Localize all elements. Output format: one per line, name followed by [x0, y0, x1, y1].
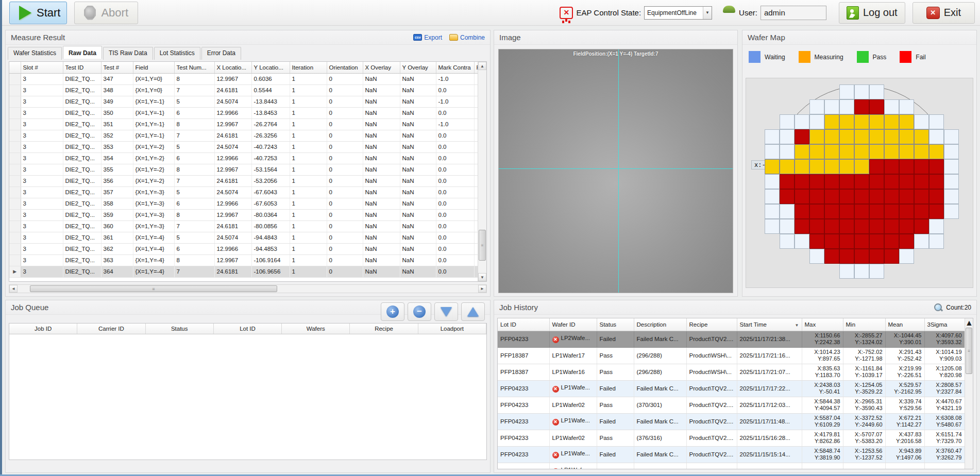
wafer-cell[interactable] [869, 219, 884, 234]
wafer-cell[interactable] [854, 189, 869, 204]
wafer-cell[interactable] [929, 144, 944, 159]
column-header[interactable]: Status [597, 318, 634, 331]
wafer-cell[interactable] [839, 114, 854, 129]
wafer-cell[interactable] [914, 234, 929, 249]
wafer-cell[interactable] [929, 174, 944, 189]
wafer-cell[interactable] [899, 219, 914, 234]
column-header[interactable]: Slot # [21, 62, 63, 73]
wafer-cell[interactable] [854, 174, 869, 189]
column-header[interactable]: Status [146, 324, 214, 334]
table-row[interactable]: 3DIE2_TQ...360{X=1,Y=-3}724.6181-80.0856… [9, 220, 486, 232]
table-row[interactable]: 3DIE2_TQ...359{X=1,Y=-3}812.9967-80.0364… [9, 209, 486, 220]
wafer-cell[interactable] [839, 159, 854, 174]
wafer-cell[interactable] [780, 204, 795, 219]
wafer-cell[interactable] [809, 144, 824, 159]
wafer-cell[interactable] [824, 189, 839, 204]
wafer-cell[interactable] [854, 234, 869, 249]
wafer-cell[interactable] [884, 204, 899, 219]
combine-link[interactable]: Combine [449, 34, 485, 41]
wafer-cell[interactable] [899, 174, 914, 189]
wafer-cell[interactable] [944, 129, 959, 144]
wafer-cell[interactable] [765, 159, 780, 174]
wafer-cell[interactable] [809, 189, 824, 204]
wafer-cell[interactable] [914, 204, 929, 219]
column-header[interactable]: Y Locatio... [251, 62, 290, 73]
wafer-cell[interactable] [929, 159, 944, 174]
wafer-cell[interactable] [869, 84, 884, 99]
column-header[interactable]: Wafers [282, 324, 350, 334]
wafer-cell[interactable] [780, 144, 795, 159]
table-row[interactable]: 3DIE2_TQ...363{X=1,Y=-4}812.9967-106.916… [9, 254, 486, 266]
wafer-cell[interactable] [884, 129, 899, 144]
scroll-left-icon[interactable]: ◄ [9, 285, 18, 293]
wafer-cell[interactable] [884, 144, 899, 159]
wafer-cell[interactable] [824, 144, 839, 159]
user-field[interactable]: admin [761, 6, 826, 20]
wafer-cell[interactable] [824, 99, 839, 114]
wafer-cell[interactable] [839, 84, 854, 99]
wafer-cell[interactable] [795, 219, 809, 234]
table-row[interactable]: PFP04233LP1Wafer02Pass(370/301)Product\T… [498, 397, 965, 413]
table-row[interactable]: 3DIE2_TQ...348{X=1,Y=0}724.61810.554410N… [9, 84, 486, 96]
wafer-cell[interactable] [854, 99, 869, 114]
tab-wafer-statistics[interactable]: Wafer Statistics [8, 47, 62, 60]
column-header[interactable] [9, 62, 21, 73]
wafer-cell[interactable] [869, 99, 884, 114]
export-link[interactable]: csv Export [413, 34, 442, 41]
wafer-cell[interactable] [780, 129, 795, 144]
wafer-cell[interactable] [914, 219, 929, 234]
chevron-down-icon[interactable]: ▼ [703, 7, 712, 19]
logout-button[interactable]: Log out [839, 2, 905, 24]
wafer-cell[interactable] [854, 264, 869, 279]
row-selector[interactable] [9, 198, 21, 209]
wafer-cell[interactable] [869, 234, 884, 249]
wafer-cell[interactable] [809, 234, 824, 249]
wafer-cell[interactable] [795, 204, 809, 219]
wafer-cell[interactable] [869, 144, 884, 159]
wafer-cell[interactable] [795, 234, 809, 249]
wafer-cell[interactable] [899, 129, 914, 144]
column-header[interactable]: Test ID [63, 62, 101, 73]
wafer-cell[interactable] [944, 144, 959, 159]
table-row[interactable]: 3DIE2_TQ...354{X=1,Y=-2}612.9966-40.7253… [9, 152, 486, 164]
wafer-cell[interactable] [884, 174, 899, 189]
wafer-cell[interactable] [765, 129, 780, 144]
row-selector[interactable]: ▶ [9, 266, 21, 277]
column-header[interactable]: 3Sigma [924, 318, 965, 331]
row-selector[interactable] [9, 96, 21, 107]
wafer-cell[interactable] [809, 129, 824, 144]
search-icon[interactable] [934, 303, 943, 312]
wafer-cell[interactable] [929, 234, 944, 249]
wafer-cell[interactable] [884, 189, 899, 204]
row-selector[interactable] [9, 130, 21, 141]
row-selector[interactable] [9, 186, 21, 198]
wafer-cell[interactable] [809, 159, 824, 174]
wafer-cell[interactable] [884, 249, 899, 264]
column-header[interactable]: Start Time▼ [737, 318, 802, 331]
wafer-cell[interactable] [899, 99, 914, 114]
wafer-cell[interactable] [929, 114, 944, 129]
wafer-cell[interactable] [795, 144, 809, 159]
row-selector[interactable] [9, 209, 21, 220]
wafer-cell[interactable] [780, 114, 795, 129]
table-row[interactable]: 3DIE2_TQ...347{X=1,Y=0}812.99670.603610N… [9, 73, 486, 84]
wafer-cell[interactable] [899, 204, 914, 219]
remove-job-button[interactable]: − [408, 302, 431, 321]
table-row[interactable]: 3DIE2_TQ...351{X=1,Y=-1}812.9967-26.2764… [9, 118, 486, 130]
wafer-cell[interactable] [899, 249, 914, 264]
table-row[interactable]: PFP04233✕LP1Wafe...FailedFailed Mark C..… [498, 446, 965, 463]
wafer-cell[interactable] [854, 204, 869, 219]
wafer-cell[interactable] [765, 204, 780, 219]
table-row[interactable]: PFP04233✕LP1Wafe...FailedFailed Mark C..… [498, 380, 965, 397]
wafer-cell[interactable] [809, 249, 824, 264]
table-row[interactable]: PFP04233✕LP2Wafe...FailedFailed Mark C..… [498, 331, 965, 347]
column-header[interactable]: Carrier ID [77, 324, 145, 334]
wafer-cell[interactable] [884, 219, 899, 234]
table-row[interactable]: 3DIE2_TQ...349{X=1,Y=-1}524.5074-13.8443… [9, 96, 486, 107]
wafer-cell[interactable] [869, 129, 884, 144]
wafer-cell[interactable] [809, 114, 824, 129]
move-job-down-button[interactable] [434, 302, 458, 321]
wafer-cell[interactable] [839, 144, 854, 159]
row-selector[interactable] [9, 84, 21, 96]
column-header[interactable]: Iteration [290, 62, 327, 73]
